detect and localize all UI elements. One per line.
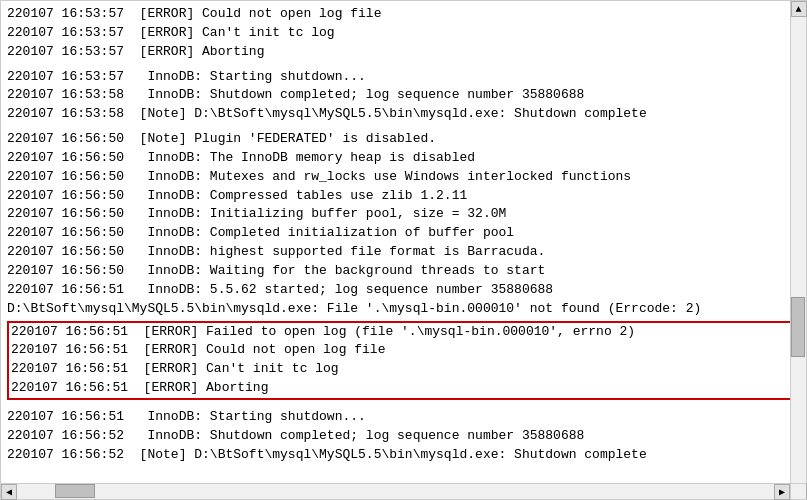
horizontal-scrollbar[interactable]: ◀ ▶: [1, 483, 790, 499]
log-line: 220107 16:56:50 InnoDB: Completed initia…: [7, 224, 800, 243]
scroll-track-vertical[interactable]: [791, 17, 806, 483]
log-line: D:\BtSoft\mysql\MySQL5.5\bin\mysqld.exe:…: [7, 300, 800, 319]
log-line: 220107 16:56:51 InnoDB: Starting shutdow…: [7, 408, 800, 427]
scroll-left-button[interactable]: ◀: [1, 484, 17, 500]
log-line-error: 220107 16:56:51 [ERROR] Aborting: [11, 379, 796, 398]
log-line: 220107 16:56:52 InnoDB: Shutdown complet…: [7, 427, 800, 446]
log-line-error: 220107 16:56:51 [ERROR] Could not open l…: [11, 341, 796, 360]
scroll-thumb-horizontal[interactable]: [55, 484, 95, 498]
log-line: 220107 16:53:58 [Note] D:\BtSoft\mysql\M…: [7, 105, 800, 124]
error-highlight-box: 220107 16:56:51 [ERROR] Failed to open l…: [7, 321, 800, 400]
terminal-window: 220107 16:53:57 [ERROR] Could not open l…: [0, 0, 807, 500]
log-line: 220107 16:53:57 [ERROR] Could not open l…: [7, 5, 800, 24]
log-line: 220107 16:53:57 [ERROR] Aborting: [7, 43, 800, 62]
scroll-up-button[interactable]: ▲: [791, 1, 807, 17]
vertical-scrollbar[interactable]: ▲ ▼: [790, 1, 806, 499]
log-line: 220107 16:56:50 InnoDB: The InnoDB memor…: [7, 149, 800, 168]
log-line: 220107 16:53:57 [ERROR] Can't init tc lo…: [7, 24, 800, 43]
log-line: 220107 16:56:50 [Note] Plugin 'FEDERATED…: [7, 130, 800, 149]
log-line-error: 220107 16:56:51 [ERROR] Can't init tc lo…: [11, 360, 796, 379]
scroll-right-button[interactable]: ▶: [774, 484, 790, 500]
log-line: 220107 16:56:50 InnoDB: Initializing buf…: [7, 205, 800, 224]
log-line: 220107 16:56:50 InnoDB: Waiting for the …: [7, 262, 800, 281]
log-line: 220107 16:53:58 InnoDB: Shutdown complet…: [7, 86, 800, 105]
log-line: 220107 16:56:52 [Note] D:\BtSoft\mysql\M…: [7, 446, 800, 465]
log-line-error: 220107 16:56:51 [ERROR] Failed to open l…: [11, 323, 796, 342]
log-line: 220107 16:53:57 InnoDB: Starting shutdow…: [7, 68, 800, 87]
scroll-thumb-vertical[interactable]: [791, 297, 805, 357]
scroll-track-horizontal[interactable]: [17, 484, 774, 499]
scrollbar-corner: [790, 483, 806, 499]
log-line: 220107 16:56:50 InnoDB: Compressed table…: [7, 187, 800, 206]
log-line: 220107 16:56:50 InnoDB: highest supporte…: [7, 243, 800, 262]
log-line: 220107 16:56:50 InnoDB: Mutexes and rw_l…: [7, 168, 800, 187]
terminal-content: 220107 16:53:57 [ERROR] Could not open l…: [1, 1, 806, 499]
log-line: 220107 16:56:51 InnoDB: 5.5.62 started; …: [7, 281, 800, 300]
